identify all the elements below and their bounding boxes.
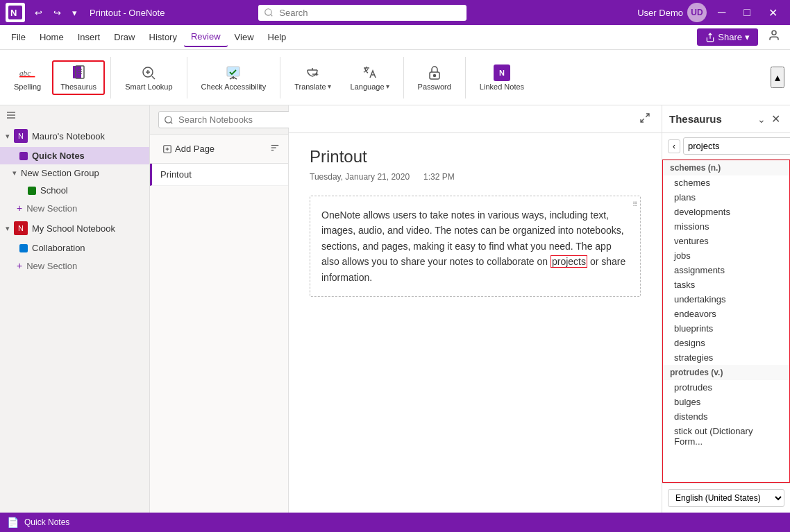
svg-point-2 — [265, 9, 271, 15]
sidebar-item-quick-notes[interactable]: Quick Notes — [0, 147, 149, 164]
thesaurus-search-input[interactable] — [683, 137, 790, 155]
minimize-button[interactable]: ─ — [711, 3, 732, 22]
thesaurus-item-jobs[interactable]: jobs — [663, 248, 789, 263]
thesaurus-language-select[interactable]: English (United States) — [668, 489, 784, 507]
customize-button[interactable]: ▾ — [68, 5, 81, 21]
ribbon-separator-4 — [403, 57, 404, 98]
thesaurus-item-blueprints[interactable]: blueprints — [663, 321, 789, 336]
sidebar-item-section-group[interactable]: ▾ New Section Group — [0, 164, 149, 182]
menu-file[interactable]: File — [4, 28, 33, 46]
close-button[interactable]: ✕ — [762, 3, 784, 22]
thesaurus-group-schemes-header[interactable]: schemes (n.) — [663, 160, 789, 175]
thesaurus-item-distends[interactable]: distends — [663, 409, 789, 424]
undo-button[interactable]: ↩ — [31, 5, 47, 21]
new-section-1-label: New Section — [26, 203, 77, 214]
svg-line-24 — [171, 121, 173, 123]
sidebar-item-school[interactable]: School — [0, 182, 149, 199]
svg-point-23 — [165, 116, 171, 122]
thesaurus-collapse-button[interactable]: ⌄ — [755, 112, 768, 126]
notebook-mauro-arrow: ▾ — [6, 132, 10, 141]
page-panel: Add Page Printout — [150, 135, 289, 513]
menu-view[interactable]: View — [228, 28, 261, 46]
sidebar-item-new-section-2[interactable]: + New Section — [0, 257, 149, 275]
profile-button[interactable] — [762, 26, 786, 48]
svg-rect-6 — [19, 76, 35, 77]
search-bar[interactable] — [258, 5, 467, 21]
thesaurus-label: Thesaurus — [60, 83, 96, 91]
sidebar-item-new-section-1[interactable]: + New Section — [0, 199, 149, 217]
sidebar-item-collaboration[interactable]: Collaboration — [0, 239, 149, 257]
thesaurus-button[interactable]: Thesaurus — [52, 60, 105, 95]
thesaurus-item-undertakings[interactable]: undertakings — [663, 292, 789, 307]
password-label: Password — [418, 83, 451, 91]
notebook-search-input[interactable] — [158, 111, 301, 128]
notebook-my-school[interactable]: ▾ N My School Notebook — [0, 217, 149, 239]
thesaurus-item-protrudes[interactable]: protrudes — [663, 380, 789, 395]
titlebar-right: User Demo UD ─ □ ✕ — [637, 3, 784, 22]
thesaurus-item-strategies[interactable]: strategies — [663, 350, 789, 365]
add-page-label: Add Page — [175, 144, 215, 154]
thesaurus-item-designs[interactable]: designs — [663, 336, 789, 350]
spelling-icon: abc — [19, 65, 36, 81]
thesaurus-item-missions[interactable]: missions — [663, 219, 789, 234]
ribbon-separator-3 — [280, 57, 280, 98]
thesaurus-item-endeavors[interactable]: endeavors — [663, 307, 789, 321]
thesaurus-close-button[interactable]: ✕ — [768, 111, 783, 127]
app-title: Printout - OneNote — [90, 8, 165, 18]
spelling-label: Spelling — [14, 83, 41, 91]
linked-notes-label: Linked Notes — [480, 83, 524, 91]
check-accessibility-button[interactable]: Check Accessibility — [193, 60, 275, 95]
menu-draw[interactable]: Draw — [107, 28, 142, 46]
search-input[interactable] — [258, 5, 467, 21]
page-item-printout[interactable]: Printout — [150, 164, 288, 186]
menu-help[interactable]: Help — [261, 28, 294, 46]
highlighted-word-projects[interactable]: projects — [551, 255, 587, 268]
share-arrow: ▾ — [745, 32, 750, 42]
menu-insert[interactable]: Insert — [71, 28, 108, 46]
thesaurus-item-assignments[interactable]: assignments — [663, 263, 789, 277]
maximize-button[interactable]: □ — [737, 3, 757, 22]
menu-review[interactable]: Review — [184, 27, 228, 47]
redo-button[interactable]: ↪ — [49, 5, 65, 21]
collaboration-dot — [19, 244, 28, 252]
menubar-right: Share ▾ — [697, 26, 786, 48]
note-body[interactable]: ⠿ OneNote allows users to take notes in … — [310, 196, 641, 297]
svg-point-4 — [772, 31, 776, 35]
thesaurus-item-developments[interactable]: developments — [663, 205, 789, 219]
thesaurus-group-protrudes-header[interactable]: protrudes (v.) — [663, 365, 789, 380]
quick-notes-dot — [19, 152, 28, 160]
note-text-box[interactable]: ⠿ OneNote allows users to take notes in … — [310, 196, 641, 297]
language-button[interactable]: Language ▾ — [342, 60, 398, 95]
expand-icon — [639, 112, 650, 123]
password-button[interactable]: Password — [410, 60, 460, 95]
thesaurus-back-button[interactable]: ‹ — [668, 139, 680, 153]
share-button[interactable]: Share ▾ — [697, 28, 758, 46]
svg-rect-7 — [73, 66, 81, 78]
ribbon-separator-5 — [465, 57, 466, 98]
thesaurus-results: schemes (n.) schemes plans developments … — [662, 160, 790, 483]
thesaurus-item-bulges[interactable]: bulges — [663, 395, 789, 409]
sidebar-toggle[interactable] — [0, 105, 149, 125]
thesaurus-item-stick-out[interactable]: stick out (Dictionary Form... — [663, 424, 789, 449]
thesaurus-item-schemes[interactable]: schemes — [663, 175, 789, 190]
add-page-button[interactable]: Add Page — [156, 140, 221, 157]
notebook-mauro[interactable]: ▾ N Mauro's Notebook — [0, 125, 149, 147]
translate-button[interactable]: Translate ▾ — [286, 60, 339, 95]
user-name: User Demo — [637, 8, 683, 18]
smart-lookup-label: Smart Lookup — [125, 83, 172, 91]
smart-lookup-button[interactable]: Smart Lookup — [117, 60, 180, 95]
note-title: Printout — [310, 147, 641, 166]
thesaurus-item-tasks[interactable]: tasks — [663, 277, 789, 292]
spelling-button[interactable]: abc Spelling — [6, 60, 49, 95]
linked-notes-button[interactable]: N Linked Notes — [471, 60, 532, 95]
text-box-resize-handle[interactable]: ⠿ — [632, 199, 637, 210]
ribbon-collapse-button[interactable]: ▴ — [771, 67, 784, 88]
menu-home[interactable]: Home — [33, 28, 71, 46]
note-expand-button[interactable] — [637, 110, 653, 128]
notebook-mauro-label: Mauro's Notebook — [32, 131, 105, 141]
menu-history[interactable]: History — [142, 28, 184, 46]
thesaurus-item-plans[interactable]: plans — [663, 190, 789, 205]
ribbon-separator-1 — [110, 57, 111, 98]
sort-button[interactable] — [267, 140, 283, 157]
thesaurus-item-ventures[interactable]: ventures — [663, 234, 789, 248]
